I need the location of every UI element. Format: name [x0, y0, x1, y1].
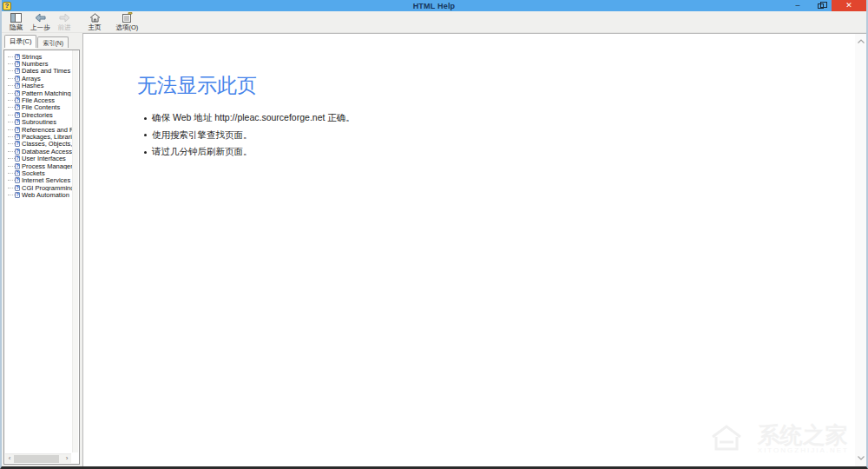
bullet-icon — [144, 134, 147, 136]
tab-index[interactable]: 索引(N) — [37, 36, 69, 48]
help-topic-icon: ? — [15, 54, 20, 60]
tree-item[interactable]: ?Strings — [6, 53, 72, 60]
tree-item[interactable]: ?Pattern Matching — [6, 89, 72, 96]
tree-item[interactable]: ?Internet Services — [6, 177, 72, 184]
hide-panel-icon — [10, 12, 22, 23]
tree-item-label: File Contents — [22, 104, 60, 111]
tree-connector — [8, 107, 15, 108]
tree-connector — [8, 122, 15, 122]
help-topic-icon: ? — [15, 104, 20, 110]
tree-item[interactable]: ?Process Management — [6, 162, 72, 169]
tree-item-label: Pattern Matching — [22, 89, 71, 96]
window-title: HTML Help — [2, 2, 866, 10]
tree-item[interactable]: ?User Interfaces — [6, 155, 72, 162]
help-topic-icon: ? — [15, 192, 20, 198]
tree-item-label: Web Automation — [22, 191, 69, 198]
main-area: 目录(C)索引(N) ?Strings?Numbers?Dates and Ti… — [2, 33, 866, 466]
tree-item[interactable]: ?Classes, Objects, and — [6, 141, 72, 148]
tree-connector — [8, 158, 15, 159]
toolbar-button-home[interactable]: 主页 — [83, 11, 107, 32]
home-icon — [89, 12, 101, 23]
tree-connector — [8, 136, 15, 137]
tree-item[interactable]: ?Subroutines — [6, 119, 72, 126]
error-suggestion-item: 使用搜索引擎查找页面。 — [144, 129, 355, 142]
back-arrow-icon — [35, 12, 46, 23]
help-topic-icon: ? — [15, 149, 20, 155]
bullet-icon — [144, 151, 147, 154]
tree-horizontal-scrollbar[interactable]: ‹ › — [5, 453, 71, 463]
tree-item-label: Dates and Times — [22, 68, 70, 75]
tree-vertical-scrollbar[interactable] — [72, 50, 78, 452]
error-suggestion-text: 请过几分钟后刷新页面。 — [152, 146, 253, 158]
tree-item-label: CGI Programming — [22, 184, 72, 191]
tree-connector — [8, 70, 15, 71]
toolbar-button-label: 隐藏 — [10, 23, 23, 32]
toolbar-button-options[interactable]: 选项(O) — [114, 11, 141, 32]
scroll-down-icon[interactable] — [855, 452, 866, 465]
error-suggestion-item: 确保 Web 地址 http://pleac.sourceforge.net 正… — [144, 112, 355, 124]
help-topic-icon: ? — [15, 170, 20, 176]
help-topic-icon: ? — [15, 83, 20, 89]
help-topic-icon: ? — [15, 155, 20, 162]
tree-item[interactable]: ?Arrays — [6, 75, 72, 82]
content-vertical-scrollbar[interactable] — [855, 34, 866, 466]
tree-item-label: Strings — [22, 53, 42, 60]
tree-item[interactable]: ?Packages, Libraries, a — [6, 133, 72, 140]
watermark-house-icon — [707, 419, 753, 458]
tree-item-label: Arrays — [22, 75, 41, 82]
tree-item-label: File Access — [22, 96, 55, 103]
toolbar-button-label: 选项(O) — [116, 23, 139, 32]
window-controls: – ✕ — [786, 0, 866, 11]
watermark-subtitle: XITONGZHIJIA.NET — [758, 446, 849, 454]
tree-item[interactable]: ?File Access — [6, 96, 72, 103]
help-topic-icon: ? — [15, 134, 20, 140]
help-topic-icon: ? — [15, 61, 20, 67]
tree-item[interactable]: ?Hashes — [6, 83, 72, 89]
tree-item-label: Numbers — [22, 60, 48, 67]
scroll-up-icon[interactable] — [855, 36, 866, 48]
help-topic-icon: ? — [15, 68, 20, 74]
toolbar: 隐藏上一步前进主页选项(O) — [2, 11, 866, 33]
error-page-title: 无法显示此页 — [137, 72, 257, 99]
scroll-right-arrow-icon[interactable]: › — [62, 454, 71, 463]
tree-item-label: Subroutines — [22, 119, 56, 126]
tree-item[interactable]: ?Sockets — [6, 169, 72, 176]
tab-contents[interactable]: 目录(C) — [4, 35, 36, 48]
topic-content-pane: 无法显示此页 确保 Web 地址 http://pleac.sourceforg… — [82, 33, 866, 466]
help-topic-icon: ? — [15, 112, 20, 118]
tree-connector — [8, 173, 15, 174]
tree-connector — [8, 85, 15, 86]
tree-item[interactable]: ?Directories — [6, 111, 72, 118]
help-topic-icon: ? — [15, 97, 20, 103]
tree-item-label: Database Access — [22, 148, 72, 155]
tree-item[interactable]: ?CGI Programming — [6, 184, 72, 191]
tree-item[interactable]: ?Dates and Times — [6, 68, 72, 75]
watermark: 系统之家 XITONGZHIJIA.NET — [707, 419, 849, 458]
tree-item[interactable]: ?Database Access — [6, 148, 72, 155]
error-suggestion-item: 请过几分钟后刷新页面。 — [144, 146, 355, 158]
help-topic-icon: ? — [15, 90, 20, 96]
help-topic-icon: ? — [15, 185, 20, 191]
tree-item-label: Classes, Objects, and — [22, 141, 72, 148]
tree-connector — [8, 166, 15, 167]
close-button[interactable]: ✕ — [832, 0, 866, 11]
help-topic-icon: ? — [15, 141, 20, 147]
scroll-left-arrow-icon[interactable]: ‹ — [5, 454, 14, 463]
scroll-thumb[interactable] — [14, 455, 59, 463]
tree-item[interactable]: ?References and Reco — [6, 126, 72, 133]
tree-connector — [8, 115, 15, 116]
tree-item-label: Hashes — [22, 83, 43, 89]
toolbar-button-back-arrow[interactable]: 上一步 — [28, 11, 53, 32]
minimize-button[interactable]: – — [786, 0, 809, 11]
restore-button[interactable] — [809, 0, 832, 11]
tree-item-label: Sockets — [22, 169, 45, 176]
toolbar-button-hide-panel[interactable]: 隐藏 — [4, 11, 28, 32]
error-suggestion-text: 确保 Web 地址 http://pleac.sourceforge.net 正… — [152, 112, 355, 124]
tree-item[interactable]: ?Numbers — [6, 60, 72, 67]
tree-connector — [8, 63, 15, 64]
tree-item[interactable]: ?File Contents — [6, 104, 72, 111]
tree-item[interactable]: ?Web Automation — [6, 191, 72, 198]
tree-connector — [8, 195, 15, 195]
tree-connector — [8, 143, 15, 144]
html-help-window: ? HTML Help – ✕ 隐藏上一步前进主页选项(O) 目录(C)索引(N… — [0, 0, 868, 469]
